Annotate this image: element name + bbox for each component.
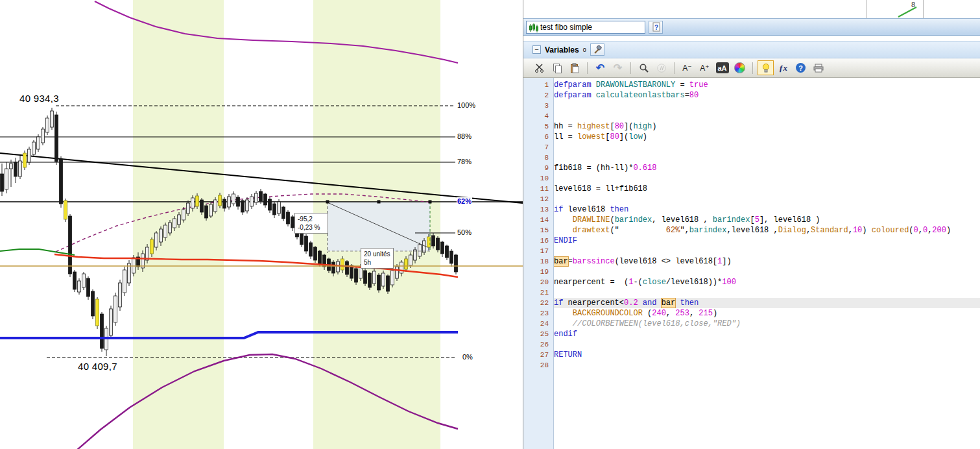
units-timeframe: 5h bbox=[364, 258, 390, 267]
candle-body bbox=[187, 203, 190, 213]
line-number: 1 bbox=[523, 80, 553, 90]
candle-body bbox=[14, 162, 18, 176]
candle-body bbox=[269, 199, 272, 210]
functions-button[interactable]: ƒx bbox=[775, 60, 791, 75]
drawline-handle[interactable] bbox=[326, 200, 329, 204]
candle-body bbox=[182, 210, 185, 220]
code-line: RETURN bbox=[554, 350, 980, 360]
candle-body bbox=[455, 255, 458, 272]
candle-body bbox=[305, 236, 308, 251]
code-editor[interactable]: 1234567891011121314151617181920212223242… bbox=[523, 78, 980, 449]
units-annotation[interactable]: 20 unités 5h bbox=[361, 248, 394, 269]
font-case-button[interactable]: aA bbox=[714, 60, 730, 75]
code-line bbox=[554, 152, 980, 163]
code-line: ll = lowest[80](low) bbox=[554, 132, 980, 142]
collapse-button[interactable]: − bbox=[532, 45, 541, 54]
comment-toggle-icon bbox=[656, 63, 667, 73]
candle-body bbox=[209, 204, 213, 216]
line-number-gutter: 1234567891011121314151617181920212223242… bbox=[523, 78, 554, 449]
redo-icon: ↷ bbox=[614, 62, 622, 74]
lightbulb-icon bbox=[761, 63, 771, 73]
toolbar-separator bbox=[630, 62, 631, 74]
variables-count: 0 bbox=[583, 47, 586, 53]
search-button[interactable] bbox=[636, 60, 652, 75]
candle-body bbox=[219, 195, 222, 206]
drawline-handle[interactable] bbox=[377, 200, 381, 204]
candle-body bbox=[250, 197, 254, 206]
code-line bbox=[554, 360, 980, 370]
code-line bbox=[554, 101, 980, 111]
candle-body bbox=[42, 129, 45, 143]
code-line: ENDIF bbox=[554, 236, 980, 246]
line-number: 2 bbox=[523, 90, 553, 101]
candle-body bbox=[373, 271, 376, 284]
candle-body bbox=[169, 223, 172, 233]
code-lines[interactable]: defparam DRAWONLASTBARONLY = truedefpara… bbox=[554, 78, 980, 449]
documentation-button[interactable]: ? bbox=[649, 21, 663, 34]
candle-body bbox=[368, 273, 372, 287]
drawline-handle[interactable] bbox=[429, 200, 432, 204]
line-number: 25 bbox=[523, 329, 553, 339]
candle-body bbox=[241, 200, 245, 212]
paste-icon bbox=[569, 63, 580, 73]
suggestions-button[interactable] bbox=[758, 60, 774, 75]
candle-body bbox=[173, 219, 176, 228]
candle-body bbox=[19, 161, 22, 176]
price-chart-panel[interactable]: 100%88%78%62%50%0% 40 934,3 40 409,7 -95… bbox=[0, 0, 523, 449]
line-number: 24 bbox=[523, 319, 553, 329]
undo-button[interactable]: ↶ bbox=[592, 60, 608, 75]
candle-body bbox=[314, 247, 317, 260]
comment-button[interactable] bbox=[653, 60, 669, 75]
font-decrease-icon: A⁻ bbox=[682, 64, 691, 73]
candle-body bbox=[64, 200, 67, 219]
editor-toolbar: ↶ ↷ A⁻ bbox=[523, 58, 980, 78]
candle-body bbox=[432, 236, 435, 246]
scissors-icon bbox=[534, 63, 544, 73]
variables-header: − Variables 0 bbox=[523, 41, 980, 58]
candle-body bbox=[246, 200, 249, 211]
color-wheel-icon bbox=[734, 62, 745, 73]
line-number: 21 bbox=[523, 287, 553, 298]
copy-button[interactable] bbox=[549, 60, 565, 75]
line-number: 5 bbox=[523, 121, 553, 132]
redo-button[interactable]: ↷ bbox=[610, 60, 626, 75]
code-line bbox=[554, 194, 980, 204]
candle-body bbox=[355, 269, 358, 282]
candle-body bbox=[341, 259, 344, 270]
candle-body bbox=[37, 137, 40, 149]
line-number: 3 bbox=[523, 101, 553, 111]
candle-body bbox=[82, 274, 86, 287]
candle-body bbox=[178, 215, 181, 224]
candle-body bbox=[377, 275, 381, 290]
line-number: 12 bbox=[523, 194, 553, 204]
candle-body bbox=[114, 296, 117, 322]
candle-body bbox=[60, 159, 63, 204]
variation-annotation[interactable]: -95,2 -0,23 % bbox=[294, 213, 328, 234]
line-number: 8 bbox=[523, 152, 553, 163]
candle-body bbox=[387, 276, 390, 291]
parameters-button[interactable] bbox=[590, 43, 604, 56]
syntax-colors-button[interactable] bbox=[732, 60, 748, 75]
paste-button[interactable] bbox=[566, 60, 582, 75]
candle-body bbox=[196, 196, 199, 206]
code-line: fib618 = (hh-ll)*0.618 bbox=[554, 163, 980, 173]
candlestick-chart[interactable] bbox=[0, 0, 523, 449]
font-case-icon: aA bbox=[716, 62, 729, 73]
divider bbox=[866, 0, 866, 19]
print-button[interactable] bbox=[810, 60, 826, 75]
candle-body bbox=[259, 191, 263, 201]
help-button[interactable]: ? bbox=[793, 60, 809, 75]
candle-body bbox=[418, 245, 422, 256]
candle-body bbox=[400, 262, 403, 273]
indicator-name-input[interactable] bbox=[540, 22, 643, 32]
cut-button[interactable] bbox=[531, 60, 547, 75]
candle-body bbox=[91, 291, 95, 316]
indicator-name-field[interactable] bbox=[526, 21, 645, 34]
font-decrease-button[interactable]: A⁻ bbox=[679, 60, 695, 75]
line-number: 6 bbox=[523, 132, 553, 142]
font-increase-button[interactable]: A⁺ bbox=[697, 60, 713, 75]
candle-body bbox=[318, 251, 322, 264]
candle-body bbox=[78, 281, 81, 292]
code-line: nearpercent = (1-(close/level618))*100 bbox=[554, 277, 980, 287]
candle-body bbox=[23, 153, 27, 167]
